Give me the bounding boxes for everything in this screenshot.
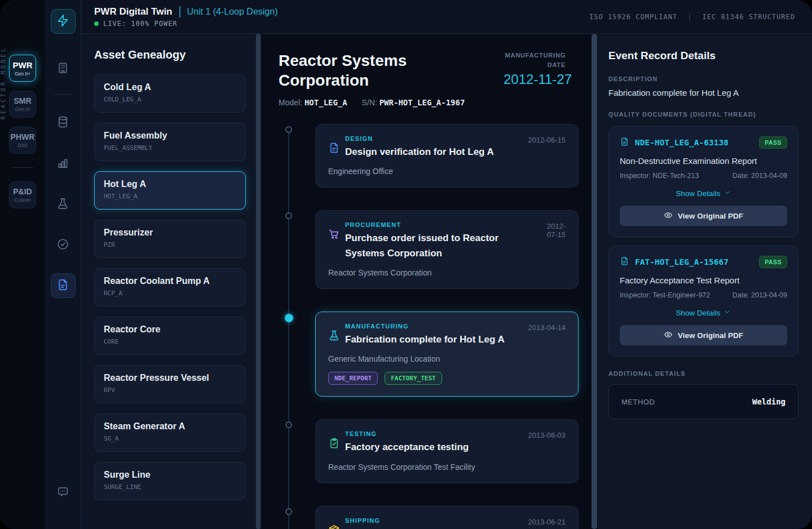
building-icon — [56, 61, 69, 77]
asset-code: RCP_A — [104, 290, 236, 297]
view-pdf-label: View Original PDF — [678, 212, 743, 220]
nav-power-button[interactable] — [51, 9, 76, 34]
asset-name: Reactor Core — [104, 324, 236, 335]
timeline-scrollbar[interactable] — [592, 34, 597, 529]
asset-card-steam-generator-a[interactable]: Steam Generator A SG_A — [94, 414, 246, 452]
app-window: REACTOR MODEL PWR Gen II+ SMR Gen IV PHW… — [0, 0, 812, 529]
show-details-link[interactable]: Show Details — [620, 308, 787, 317]
cart-icon — [328, 221, 345, 242]
view-original-pdf-button[interactable]: View Original PDF — [620, 325, 787, 345]
model-value: HOT_LEG_A — [304, 98, 347, 107]
asset-card-reactor-pressure-vessel[interactable]: Reactor Pressure Vessel RPV — [94, 365, 246, 403]
model-button-pwr[interactable]: PWR Gen II+ — [9, 55, 36, 82]
doc-inspector: Inspector: NDE-Tech-213 — [620, 172, 699, 180]
nav-records-button[interactable] — [51, 273, 76, 298]
asset-name: Fuel Assembly — [104, 131, 236, 141]
bar-chart-icon — [56, 157, 69, 172]
event-location: Generic Manufacturing Location — [328, 354, 566, 363]
asset-code: COLD_LEG_A — [104, 96, 236, 103]
model-button-smr[interactable]: SMR Gen IV — [9, 91, 36, 118]
show-details-link[interactable]: Show Details — [620, 189, 787, 198]
doc-inspector: Inspector: Test-Engineer-972 — [620, 291, 710, 299]
doc-id: FAT-HOT_LEG_A-15667 — [635, 257, 759, 266]
nav-quality-button[interactable] — [51, 233, 76, 257]
event-phase: PROCUREMENT — [345, 221, 537, 228]
asset-name: Pressurizer — [104, 228, 236, 238]
tag-factory-test: FACTORY_TEST — [385, 372, 442, 385]
nav-data-button[interactable] — [51, 110, 76, 135]
nav-analytics-button[interactable] — [51, 152, 76, 176]
timeline-panel: Reactor Systems Corporation Model: HOT_L… — [262, 34, 598, 529]
lightning-icon — [56, 14, 69, 29]
asset-card-reactor-coolant-pump-a[interactable]: Reactor Coolant Pump A RCP_A — [94, 268, 246, 306]
nav-chat-button[interactable] — [51, 481, 76, 505]
manufacturing-date-label: MANUFACTURING DATE — [504, 51, 566, 69]
document-icon — [328, 135, 345, 156]
event-date: 2013-06-03 — [528, 430, 566, 439]
asset-name: Reactor Pressure Vessel — [104, 373, 236, 383]
asset-name: Reactor Coolant Pump A — [104, 276, 236, 286]
nav-icon-rail — [45, 0, 81, 529]
event-card-design[interactable]: DESIGN Design verification for Hot Leg A… — [315, 124, 579, 188]
model-phwr-label: PHWR — [11, 132, 35, 141]
doc-date: Date: 2013-04-09 — [732, 172, 787, 180]
timeline-node-selected — [285, 314, 293, 322]
description-text: Fabrication complete for Hot Leg A — [608, 88, 798, 97]
serial-label: S/N: — [362, 98, 377, 107]
timeline-node — [285, 126, 292, 133]
nav-lab-button[interactable] — [51, 192, 76, 217]
model-label: Model: — [279, 98, 302, 107]
doc-title: Non-Destructive Examination Report — [620, 156, 787, 166]
chat-bubble-icon — [56, 486, 69, 501]
chevron-down-icon — [723, 308, 731, 317]
event-location: Reactor Systems Corporation — [328, 268, 566, 277]
eye-icon — [664, 211, 673, 221]
asset-card-reactor-core[interactable]: Reactor Core CORE — [94, 317, 246, 355]
status-badge-pass: PASS — [759, 256, 787, 268]
document-icon — [620, 137, 629, 149]
check-circle-icon — [56, 238, 69, 253]
event-title: Fabrication complete for Hot Leg A — [345, 332, 528, 347]
event-phase: MANUFACTURING — [345, 323, 528, 330]
asset-card-pressurizer[interactable]: Pressurizer PZR — [94, 220, 246, 258]
chevron-down-icon — [723, 189, 731, 198]
compliance-separator: | — [687, 13, 692, 21]
asset-code: CORE — [104, 338, 236, 345]
additional-details-label: ADDITIONAL DETAILS — [608, 370, 798, 377]
event-location: Engineering Office — [328, 167, 566, 176]
event-title: Factory acceptance testing — [345, 440, 528, 455]
live-status-text: LIVE: 100% POWER — [103, 20, 178, 28]
doc-title: Factory Acceptance Test Report — [620, 275, 787, 285]
asset-card-cold-leg-a[interactable]: Cold Leg A COLD_LEG_A — [94, 74, 246, 113]
quality-documents-label: QUALITY DOCUMENTS (DIGITAL THREAD) — [608, 111, 798, 118]
live-status-dot — [94, 21, 99, 26]
document-icon — [620, 256, 629, 268]
event-card-manufacturing[interactable]: MANUFACTURING Fabrication complete for H… — [315, 312, 579, 397]
method-value: Welding — [752, 397, 785, 406]
asset-card-surge-line[interactable]: Surge Line SURGE_LINE — [94, 462, 246, 500]
tag-nde-report: NDE_REPORT — [328, 372, 378, 385]
event-card-shipping[interactable]: SHIPPING Component shipped to constructi… — [315, 506, 579, 529]
asset-list-scrollbar[interactable] — [256, 34, 261, 529]
eye-icon — [664, 330, 673, 341]
details-title: Event Record Details — [608, 50, 798, 62]
view-original-pdf-button[interactable]: View Original PDF — [620, 206, 787, 226]
model-smr-label: SMR — [14, 96, 31, 105]
event-card-testing[interactable]: TESTING Factory acceptance testing 2013-… — [315, 419, 579, 483]
status-badge-pass: PASS — [759, 136, 787, 149]
event-card-procurement[interactable]: PROCUREMENT Purchase order issued to Rea… — [315, 210, 579, 289]
asset-card-fuel-assembly[interactable]: Fuel Assembly FUEL_ASSEMBLY — [94, 123, 246, 161]
nav-plant-button[interactable] — [51, 56, 76, 81]
serial-value: PWR-HOT_LEG_A-1967 — [379, 98, 465, 107]
model-pwr-label: PWR — [13, 60, 33, 70]
model-pid-label: P&ID — [13, 187, 32, 196]
reactor-model-stack: PWR Gen II+ SMR Gen IV PHWR D2O P&ID Cus… — [0, 55, 45, 208]
asset-card-hot-leg-a[interactable]: Hot Leg A HOT_LEG_A — [94, 171, 246, 210]
doc-id: NDE-HOT_LEG_A-63138 — [635, 138, 759, 147]
model-button-phwr[interactable]: PHWR D2O — [9, 127, 36, 154]
method-label: METHOD — [621, 398, 655, 406]
event-timeline: DESIGN Design verification for Hot Leg A… — [285, 124, 579, 529]
title-divider — [179, 6, 180, 17]
model-button-pid[interactable]: P&ID Custom — [9, 181, 36, 208]
event-title: Design verification for Hot Leg A — [345, 145, 528, 159]
